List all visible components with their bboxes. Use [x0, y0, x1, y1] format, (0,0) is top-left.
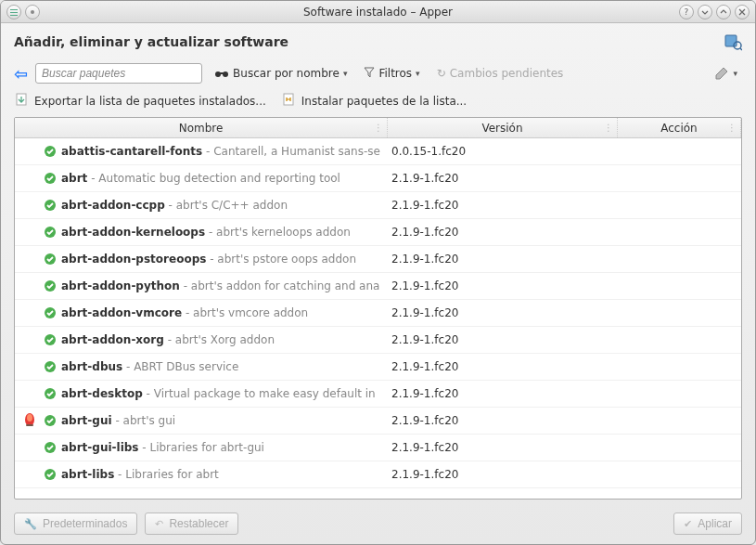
titlebar: Software instalado – Apper ?: [1, 1, 755, 23]
chevron-down-icon: ▾: [416, 69, 420, 78]
package-version-cell: 2.1.9-1.fc20: [388, 360, 618, 373]
table-row[interactable]: abrt-dbus - ABRT DBus service2.1.9-1.fc2…: [15, 354, 741, 381]
installed-check-icon[interactable]: [39, 387, 61, 400]
installed-check-icon[interactable]: [39, 279, 61, 292]
export-icon: [14, 92, 29, 110]
table-row[interactable]: abrt - Automatic bug detection and repor…: [15, 165, 741, 192]
installed-check-icon[interactable]: [39, 145, 61, 158]
column-header-action[interactable]: Acción⋮: [618, 118, 741, 137]
package-name-cell: abrt-desktop - Virtual package to make e…: [61, 387, 388, 400]
package-version-cell: 2.1.9-1.fc20: [388, 414, 618, 427]
package-version-cell: 2.1.9-1.fc20: [388, 172, 618, 185]
defaults-label: Predeterminados: [43, 517, 127, 530]
toolbar: ⇦ Buscar por nombre ▾ Filtros ▾ ↻ Cambio…: [1, 58, 755, 90]
footer: 🔧 Predeterminados ↶ Restablecer ✔ Aplica…: [1, 507, 755, 544]
chevron-down-icon: ▾: [733, 69, 737, 78]
package-list: Nombre⋮ Versión⋮ Acción⋮ abattis-cantare…: [14, 117, 742, 500]
table-row[interactable]: abrt-desktop - Virtual package to make e…: [15, 381, 741, 408]
install-list-button[interactable]: Instalar paquetes de la lista...: [281, 92, 467, 110]
apply-button[interactable]: ✔ Aplicar: [673, 513, 742, 535]
installed-check-icon[interactable]: [39, 441, 61, 454]
table-row[interactable]: abrt-addon-kerneloops - abrt's kerneloop…: [15, 219, 741, 246]
package-name-cell: abrt-gui-libs - Libraries for abrt-gui: [61, 441, 388, 454]
window-title: Software instalado – Apper: [1, 6, 755, 19]
installed-check-icon[interactable]: [39, 172, 61, 185]
package-version-cell: 2.1.9-1.fc20: [388, 279, 618, 292]
alert-icon: [22, 412, 37, 430]
export-list-button[interactable]: Exportar la lista de paquetes instalados…: [14, 92, 266, 110]
installed-check-icon[interactable]: [39, 333, 61, 346]
package-name-cell: abrt-addon-kerneloops - abrt's kerneloop…: [61, 226, 388, 239]
window-menu-icon[interactable]: [6, 5, 21, 19]
column-header-version[interactable]: Versión⋮: [388, 118, 618, 137]
installed-check-icon[interactable]: [39, 414, 61, 427]
table-row[interactable]: abrt-addon-xorg - abrt's Xorg addon2.1.9…: [15, 327, 741, 354]
minimize-icon[interactable]: [698, 5, 712, 19]
installed-check-icon[interactable]: [39, 468, 61, 481]
package-version-cell: 2.1.9-1.fc20: [388, 468, 618, 481]
package-name-cell: abrt-addon-xorg - abrt's Xorg addon: [61, 333, 388, 346]
search-input[interactable]: [35, 63, 202, 84]
maximize-icon[interactable]: [716, 5, 731, 19]
filter-icon: [364, 67, 375, 81]
package-name-cell: abrt-gui - abrt's gui: [61, 414, 388, 427]
app-window: Software instalado – Apper ? Añadir, eli…: [0, 0, 756, 545]
svg-line-6: [740, 48, 742, 50]
installed-check-icon[interactable]: [39, 306, 61, 319]
package-name-cell: abrt-addon-ccpp - abrt's C/C++ addon: [61, 199, 388, 212]
pin-icon[interactable]: [25, 5, 40, 19]
list-body[interactable]: abattis-cantarell-fonts - Cantarell, a H…: [15, 138, 741, 499]
tools-button[interactable]: ▾: [710, 62, 742, 84]
package-version-cell: 2.1.9-1.fc20: [388, 387, 618, 400]
header: Añadir, eliminar y actualizar software: [1, 23, 755, 58]
check-icon: ✔: [684, 518, 692, 530]
installed-check-icon[interactable]: [39, 226, 61, 239]
sub-toolbar: Exportar la lista de paquetes instalados…: [1, 90, 755, 117]
svg-rect-0: [10, 9, 18, 10]
back-button[interactable]: ⇦: [14, 64, 28, 84]
search-by-label: Buscar por nombre: [233, 67, 340, 80]
wrench-icon: 🔧: [24, 518, 37, 530]
export-label: Exportar la lista de paquetes instalados…: [34, 95, 266, 108]
apply-label: Aplicar: [698, 517, 732, 530]
svg-point-23: [27, 414, 32, 422]
table-row[interactable]: abattis-cantarell-fonts - Cantarell, a H…: [15, 138, 741, 165]
table-row[interactable]: abrt-gui - abrt's gui2.1.9-1.fc20: [15, 408, 741, 435]
reset-button[interactable]: ↶ Restablecer: [145, 513, 238, 535]
package-version-cell: 0.0.15-1.fc20: [388, 145, 618, 158]
search-by-dropdown[interactable]: Buscar por nombre ▾: [210, 62, 352, 84]
table-row[interactable]: abrt-libs - Libraries for abrt2.1.9-1.fc…: [15, 461, 741, 488]
install-label: Instalar paquetes de la lista...: [301, 95, 467, 108]
column-header-name[interactable]: Nombre⋮: [15, 118, 388, 137]
chevron-down-icon: ▾: [343, 69, 348, 78]
binoculars-icon: [214, 67, 229, 81]
table-row[interactable]: abrt-addon-pstoreoops - abrt's pstore oo…: [15, 246, 741, 273]
installed-check-icon[interactable]: [39, 199, 61, 212]
close-icon[interactable]: [735, 5, 750, 19]
svg-rect-24: [26, 424, 33, 426]
table-row[interactable]: abrt-addon-python - abrt's addon for cat…: [15, 273, 741, 300]
filters-dropdown[interactable]: Filtros ▾: [359, 62, 424, 84]
installed-check-icon[interactable]: [39, 253, 61, 266]
table-row[interactable]: abrt-addon-vmcore - abrt's vmcore addon2…: [15, 300, 741, 327]
reset-label: Restablecer: [169, 517, 228, 530]
table-row[interactable]: abrt-gui-libs - Libraries for abrt-gui2.…: [15, 435, 741, 461]
pending-changes-button[interactable]: ↻ Cambios pendientes: [432, 62, 569, 84]
refresh-icon: ↻: [437, 67, 446, 80]
svg-rect-2: [10, 15, 18, 16]
package-version-cell: 2.1.9-1.fc20: [388, 226, 618, 239]
svg-rect-9: [219, 72, 224, 74]
package-name-cell: abrt-dbus - ABRT DBus service: [61, 360, 388, 373]
table-row[interactable]: abrt-addon-ccpp - abrt's C/C++ addon2.1.…: [15, 192, 741, 219]
settings-icon[interactable]: [724, 32, 742, 51]
svg-point-3: [31, 10, 34, 14]
install-icon: [281, 92, 296, 110]
help-icon[interactable]: ?: [679, 5, 694, 19]
alert-cell: [20, 412, 39, 430]
package-name-cell: abrt-addon-python - abrt's addon for cat…: [61, 279, 388, 292]
page-title: Añadir, eliminar y actualizar software: [14, 34, 288, 49]
installed-check-icon[interactable]: [39, 360, 61, 373]
defaults-button[interactable]: 🔧 Predeterminados: [14, 513, 137, 535]
package-name-cell: abrt-addon-pstoreoops - abrt's pstore oo…: [61, 253, 388, 266]
svg-rect-4: [725, 35, 737, 46]
